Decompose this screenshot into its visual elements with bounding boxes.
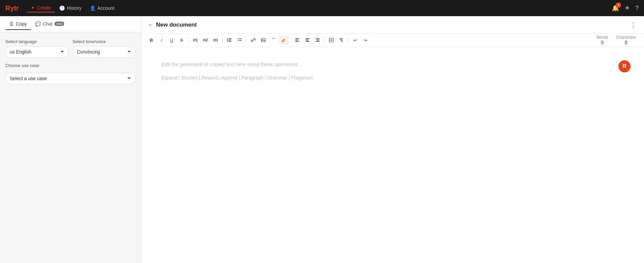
- editor-toolbar: B i U S H1 H2 H3 1.2. ": [141, 34, 644, 47]
- help-button[interactable]: ?: [635, 5, 639, 12]
- toolbar-sep-2: [222, 37, 223, 43]
- svg-rect-14: [295, 38, 299, 39]
- words-count-block: Words 0: [597, 35, 608, 45]
- language-tone-row: Select language us English UK English Sp…: [5, 39, 136, 58]
- tone-label: Select tone/voice: [73, 39, 136, 44]
- copy-tab-icon: ☰: [9, 21, 14, 27]
- chat-tab-label: Chat: [43, 21, 53, 27]
- strikethrough-button[interactable]: S: [177, 35, 186, 45]
- undo-button[interactable]: ↩: [350, 35, 360, 45]
- tab-copy[interactable]: ☰ Copy: [5, 19, 31, 30]
- editor-body[interactable]: Edit the generated or copied text here u…: [141, 47, 644, 263]
- tone-select[interactable]: Convincing Formal Casual Inspirational H…: [73, 46, 136, 58]
- nav-item-account[interactable]: 👤 Account: [86, 4, 119, 12]
- ordered-list-icon: 1.2.: [237, 38, 242, 42]
- history-icon: 🕐: [59, 5, 65, 11]
- align-center-icon: [305, 38, 310, 42]
- word-count-area: Words 0 Characters 0: [597, 35, 639, 45]
- back-button[interactable]: ←: [148, 22, 153, 28]
- highlight-icon: [281, 38, 286, 42]
- align-left-button[interactable]: [293, 35, 302, 45]
- document-title: New document: [156, 22, 197, 28]
- svg-line-10: [253, 39, 254, 41]
- ordered-list-button[interactable]: 1.2.: [235, 35, 244, 45]
- copy-tab-label: Copy: [16, 21, 27, 27]
- bold-button[interactable]: B: [147, 35, 156, 45]
- toolbar-sep-4: [290, 37, 291, 43]
- back-arrow-icon: ←: [148, 22, 153, 28]
- language-label: Select language: [5, 39, 69, 44]
- nav-item-history[interactable]: 🕐 History: [55, 4, 86, 12]
- use-case-label: Choose use case: [5, 63, 136, 68]
- svg-rect-9: [239, 40, 241, 41]
- toolbar-sep-1: [188, 37, 189, 43]
- toolbar-sep-6: [348, 37, 348, 43]
- language-select[interactable]: us English UK English Spanish French Ger…: [5, 46, 69, 58]
- align-right-button[interactable]: [313, 35, 322, 45]
- italic-button[interactable]: i: [157, 35, 166, 45]
- top-nav: Rytr ✦ Create 🕐 History 👤 Account 🔔 1 ☀ …: [0, 0, 644, 16]
- svg-rect-3: [229, 40, 231, 40]
- highlight-button[interactable]: [279, 35, 288, 45]
- editor-header: ← New document ⋮: [141, 16, 644, 34]
- left-sidebar: ☰ Copy 💬 Chat new Select language us Eng…: [0, 16, 141, 263]
- svg-point-4: [227, 41, 228, 42]
- nav-item-create[interactable]: ✦ Create: [27, 4, 55, 12]
- svg-rect-15: [295, 40, 298, 40]
- tone-field: Select tone/voice Convincing Formal Casu…: [73, 39, 136, 58]
- svg-point-2: [227, 40, 228, 41]
- sidebar-content: Select language us English UK English Sp…: [0, 32, 141, 91]
- svg-rect-5: [229, 41, 231, 42]
- brand-logo[interactable]: Rytr: [5, 4, 19, 12]
- redo-button[interactable]: ↪: [361, 35, 370, 45]
- nav-account-label: Account: [98, 5, 115, 11]
- bullet-list-button[interactable]: [225, 35, 234, 45]
- use-case-select[interactable]: Select a use case Blog Idea & Outline Bl…: [5, 73, 136, 84]
- align-left-icon: [295, 38, 300, 42]
- image-icon: [261, 38, 266, 42]
- align-right-icon: [315, 38, 320, 42]
- editor-area: ← New document ⋮ B i U S H1 H2 H3 1.2.: [141, 16, 644, 263]
- svg-rect-19: [305, 41, 309, 42]
- nav-history-label: History: [67, 5, 82, 11]
- align-center-button[interactable]: [303, 35, 312, 45]
- nav-right: 🔔 1 ☀ ?: [612, 4, 639, 12]
- clear-format-button[interactable]: [337, 35, 346, 45]
- language-field: Select language us English UK English Sp…: [5, 39, 69, 58]
- notification-button[interactable]: 🔔 1: [612, 4, 619, 12]
- svg-rect-16: [295, 41, 299, 42]
- h3-button[interactable]: H3: [211, 35, 220, 45]
- tab-chat[interactable]: 💬 Chat new: [31, 19, 68, 30]
- svg-rect-17: [305, 38, 309, 39]
- notification-badge: 1: [616, 2, 621, 8]
- use-case-field: Choose use case Select a use case Blog I…: [5, 63, 136, 84]
- underline-button[interactable]: U: [167, 35, 176, 45]
- editor-actions: Expand | Shorten | Reword | Append | Par…: [161, 75, 624, 80]
- svg-rect-7: [239, 38, 241, 39]
- chat-tab-icon: 💬: [35, 21, 41, 27]
- theme-toggle-button[interactable]: ☀: [624, 4, 630, 12]
- quote-button[interactable]: ": [269, 35, 278, 45]
- svg-rect-22: [315, 41, 319, 42]
- svg-point-0: [227, 38, 228, 39]
- characters-label: Characters: [616, 35, 636, 40]
- h1-button[interactable]: H1: [191, 35, 200, 45]
- table-button[interactable]: [327, 35, 336, 45]
- h2-button[interactable]: H2: [201, 35, 210, 45]
- avatar: R: [618, 60, 631, 72]
- svg-rect-1: [229, 38, 231, 39]
- toolbar-sep-3: [246, 37, 247, 43]
- image-button[interactable]: [259, 35, 268, 45]
- sidebar-tabs: ☰ Copy 💬 Chat new: [0, 16, 141, 32]
- link-button[interactable]: [249, 35, 258, 45]
- svg-rect-18: [306, 40, 309, 40]
- clear-format-icon: [339, 38, 344, 42]
- words-count: 0: [601, 40, 604, 45]
- words-label: Words: [597, 35, 608, 40]
- main-layout: ☰ Copy 💬 Chat new Select language us Eng…: [0, 16, 644, 263]
- bullet-list-icon: [227, 38, 232, 42]
- svg-rect-21: [317, 40, 319, 40]
- nav-create-label: Create: [37, 5, 51, 10]
- characters-count-block: Characters 0: [616, 35, 636, 45]
- more-options-button[interactable]: ⋮: [630, 21, 637, 29]
